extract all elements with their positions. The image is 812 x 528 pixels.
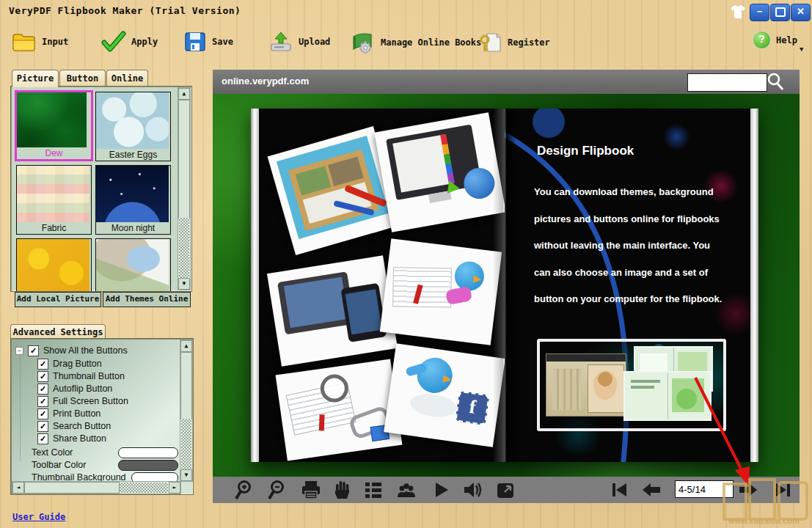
maximize-icon <box>775 7 786 17</box>
scroll-left-icon[interactable]: ◄ <box>12 482 24 494</box>
minimize-button[interactable]: − <box>750 4 769 21</box>
tab-online[interactable]: Online <box>106 70 148 87</box>
checkbox[interactable]: ✓ <box>37 408 48 419</box>
tree-item-toolbar-color[interactable]: Toolbar Color <box>32 459 178 471</box>
tree-item-text-color[interactable]: Text Color <box>32 447 178 458</box>
scroll-down-icon[interactable]: ▼ <box>178 278 190 290</box>
checkbox[interactable]: ✓ <box>37 396 48 407</box>
checkbox[interactable]: ✓ <box>37 421 48 432</box>
scrollbar-thumb[interactable] <box>24 482 120 494</box>
picture-item-dew[interactable]: Dew <box>15 90 93 161</box>
picture-scrollbar[interactable]: ▲ ▼ <box>178 87 191 290</box>
tree-label: Search Button <box>53 421 111 431</box>
tree-expander-icon[interactable]: − <box>15 347 23 355</box>
register-button[interactable]: Register <box>479 31 550 54</box>
advanced-settings-panel: − ✓ Show All the Buttons ✓ Drag Button ✓… <box>10 338 194 495</box>
picture-item-easter-eggs[interactable]: Easter Eggs <box>95 92 171 161</box>
zoom-out-icon[interactable] <box>268 480 288 500</box>
save-button[interactable]: Save <box>183 31 233 53</box>
apply-button[interactable]: Apply <box>101 31 158 53</box>
tree-item-autoflip-button[interactable]: ✓ Autoflip Button <box>37 383 112 395</box>
tree-item-search-button[interactable]: ✓ Search Button <box>37 420 111 432</box>
scrollbar-track[interactable] <box>120 483 168 493</box>
collage-card <box>276 359 403 461</box>
help-button[interactable]: ? Help <box>753 31 797 49</box>
apply-label: Apply <box>131 37 158 47</box>
key-icon <box>479 31 502 54</box>
input-button[interactable]: Input <box>12 31 68 53</box>
tab-button[interactable]: Button <box>59 70 106 87</box>
upload-label: Upload <box>299 37 330 47</box>
fabric-thumbnail <box>17 166 89 222</box>
drag-hand-icon[interactable] <box>332 480 353 500</box>
last-page-icon[interactable] <box>773 480 794 500</box>
page-number-input[interactable] <box>675 480 734 498</box>
tree-item-drag-button[interactable]: ✓ Drag Button <box>37 358 102 370</box>
skin-tshirt-icon[interactable] <box>729 3 747 21</box>
scrollbar-thumb[interactable] <box>178 100 190 219</box>
picture-list: Dew Easter Eggs Fabric Moon night ▲ ▼ <box>10 86 192 292</box>
tree-item-print-button[interactable]: ✓ Print Button <box>37 408 100 419</box>
picture-item-fabric[interactable]: Fabric <box>16 165 92 235</box>
picture-label: Dew <box>17 147 91 159</box>
tab-picture[interactable]: Picture <box>12 70 59 87</box>
maximize-button[interactable] <box>770 4 790 21</box>
collage-card <box>374 112 505 232</box>
tree-label: Autoflip Button <box>53 384 112 394</box>
left-page[interactable]: f <box>259 109 505 462</box>
manage-online-books-button[interactable]: Manage Online Books <box>351 31 481 54</box>
text-color-swatch[interactable] <box>118 447 178 458</box>
right-page[interactable]: Design Flipbook You can download themes,… <box>505 109 750 462</box>
scroll-down-icon[interactable]: ▼ <box>180 469 192 481</box>
prev-page-icon[interactable] <box>641 480 662 500</box>
scroll-up-icon[interactable]: ▲ <box>178 88 190 100</box>
next-page-icon[interactable] <box>738 480 758 500</box>
checkbox[interactable]: ✓ <box>37 433 48 444</box>
scroll-up-icon[interactable]: ▲ <box>180 340 192 352</box>
scrollbar-track[interactable] <box>179 218 189 278</box>
scroll-right-icon[interactable]: ► <box>169 482 180 494</box>
advanced-hscrollbar[interactable]: ◄ ► <box>12 481 181 494</box>
print-icon[interactable] <box>301 480 321 500</box>
tree-item-thumbnail-button[interactable]: ✓ Thumbnail Button <box>37 370 125 382</box>
help-caret-icon[interactable]: ▼ <box>800 45 803 53</box>
share-people-icon[interactable] <box>396 480 417 500</box>
toolbar-color-swatch[interactable] <box>118 460 178 471</box>
first-page-icon[interactable] <box>609 480 629 500</box>
zoom-in-icon[interactable] <box>235 480 255 500</box>
upload-button[interactable]: Upload <box>268 31 330 53</box>
checkbox[interactable]: ✓ <box>37 359 48 370</box>
scrollbar-track[interactable] <box>181 419 191 469</box>
search-input[interactable] <box>687 73 767 92</box>
tree-label: Share Button <box>53 433 106 444</box>
picture-item-windmill[interactable] <box>95 238 171 292</box>
checkbox[interactable]: ✓ <box>37 384 48 395</box>
right-page-edge <box>750 109 758 462</box>
picture-label: Easter Eggs <box>96 149 170 161</box>
add-themes-online-button[interactable]: Add Themes Online <box>103 292 191 307</box>
tree-item-fullscreen-button[interactable]: ✓ Full Screen Button <box>37 395 128 407</box>
flipbook[interactable]: f Design Flipbook You can download them <box>251 109 758 462</box>
sound-icon[interactable] <box>462 480 483 500</box>
advanced-vscrollbar[interactable]: ▲ ▼ <box>180 340 193 482</box>
search-icon[interactable] <box>766 72 785 91</box>
picture-item-moon-night[interactable]: Moon night <box>95 165 171 235</box>
checkbox[interactable]: ✓ <box>37 371 48 382</box>
autoflip-play-icon[interactable] <box>431 480 451 500</box>
fullscreen-icon[interactable] <box>495 480 516 500</box>
tree-item-share-button[interactable]: ✓ Share Button <box>37 433 106 444</box>
left-page-edge <box>251 109 259 462</box>
add-local-picture-button[interactable]: Add Local Picture <box>15 292 101 307</box>
scrollbar-thumb[interactable] <box>180 352 192 419</box>
checkbox[interactable]: ✓ <box>28 345 39 356</box>
close-button[interactable]: ✕ <box>791 4 811 21</box>
tree-label: Drag Button <box>53 359 102 369</box>
page-paragraph: You can download themes, background pict… <box>534 179 728 313</box>
picture-item-sunflowers[interactable] <box>16 238 92 292</box>
screenshot-woman <box>546 353 626 417</box>
user-guide-link[interactable]: User Guide <box>12 512 65 522</box>
thumbnail-list-icon[interactable] <box>363 480 384 500</box>
tree-item-show-all-buttons[interactable]: − ✓ Show All the Buttons <box>15 345 128 356</box>
paragraph-line: You can download themes, background <box>534 179 728 206</box>
input-label: Input <box>42 37 68 47</box>
